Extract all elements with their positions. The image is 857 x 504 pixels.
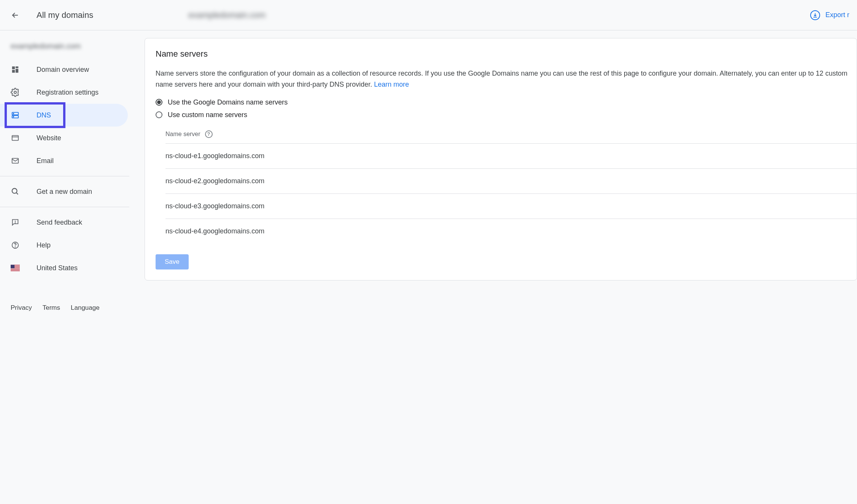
- header-title[interactable]: All my domains: [37, 10, 93, 20]
- radio-custom-option[interactable]: Use custom name servers: [156, 111, 857, 119]
- website-icon: [11, 133, 20, 143]
- language-link[interactable]: Language: [71, 304, 100, 312]
- sidebar-item-dns[interactable]: DNS: [0, 104, 128, 127]
- svg-point-4: [14, 91, 16, 94]
- export-label: Export r: [825, 11, 849, 19]
- sidebar-item-feedback[interactable]: Send feedback: [0, 211, 128, 234]
- svg-rect-1: [16, 67, 18, 68]
- svg-rect-26: [11, 265, 14, 268]
- sidebar-item-label: DNS: [37, 111, 51, 119]
- arrow-left-icon: [11, 11, 20, 20]
- svg-rect-9: [12, 136, 19, 141]
- feedback-icon: [11, 218, 20, 227]
- sidebar-item-website[interactable]: Website: [0, 127, 128, 149]
- svg-point-17: [15, 247, 16, 247]
- download-icon: [810, 10, 820, 20]
- sidebar-item-label: Domain overview: [37, 66, 89, 74]
- radio-unchecked-icon[interactable]: [156, 111, 162, 118]
- svg-line-13: [16, 193, 18, 195]
- header-domain-name: exampledomain.com: [188, 10, 266, 20]
- us-flag-icon: [11, 263, 20, 273]
- help-icon: [11, 241, 20, 250]
- svg-rect-24: [11, 270, 20, 270]
- learn-more-link[interactable]: Learn more: [374, 81, 409, 88]
- card-title: Name servers: [156, 49, 857, 59]
- radio-label: Use the Google Domains name servers: [168, 98, 288, 106]
- radio-checked-icon[interactable]: [156, 99, 162, 106]
- sidebar-item-label: United States: [37, 264, 78, 272]
- sidebar-item-label: Get a new domain: [37, 188, 92, 196]
- radio-label: Use custom name servers: [168, 111, 247, 119]
- gear-icon: [11, 88, 20, 97]
- sidebar-item-registration[interactable]: Registration settings: [0, 81, 128, 104]
- terms-link[interactable]: Terms: [43, 304, 60, 312]
- card-description: Name servers store the configuration of …: [156, 68, 857, 90]
- privacy-link[interactable]: Privacy: [11, 304, 32, 312]
- name-server-row: ns-cloud-e1.googledomains.com: [165, 143, 857, 168]
- header-bar: All my domains exampledomain.com Export …: [0, 0, 857, 30]
- divider: [0, 176, 129, 176]
- radio-google-option[interactable]: Use the Google Domains name servers: [156, 98, 857, 106]
- svg-point-7: [13, 113, 14, 114]
- name-server-row: ns-cloud-e4.googledomains.com: [165, 219, 857, 244]
- export-button[interactable]: Export r: [810, 10, 849, 20]
- card-desc-text: Name servers store the configuration of …: [156, 70, 847, 88]
- dns-icon: [11, 111, 20, 120]
- sidebar-item-label: Registration settings: [37, 89, 99, 97]
- svg-rect-3: [12, 70, 15, 73]
- name-servers-card: Name servers Name servers store the conf…: [145, 38, 857, 281]
- email-icon: [11, 156, 20, 165]
- sidebar-item-overview[interactable]: Domain overview: [0, 58, 128, 81]
- svg-rect-2: [16, 69, 18, 73]
- ns-header-label: Name server: [165, 131, 200, 138]
- sidebar-item-label: Email: [37, 157, 54, 165]
- search-icon: [11, 187, 20, 196]
- divider: [0, 207, 129, 207]
- svg-point-12: [12, 189, 17, 193]
- save-button[interactable]: Save: [156, 254, 189, 269]
- name-server-row: ns-cloud-e2.googledomains.com: [165, 168, 857, 193]
- back-button[interactable]: [8, 8, 23, 23]
- svg-point-8: [13, 116, 14, 117]
- name-server-header: Name server ?: [165, 130, 857, 143]
- dashboard-icon: [11, 65, 20, 74]
- svg-rect-0: [12, 67, 15, 69]
- help-tooltip-icon[interactable]: ?: [205, 130, 213, 138]
- main-content: Name servers Name servers store the conf…: [129, 30, 857, 319]
- sidebar-item-help[interactable]: Help: [0, 234, 128, 257]
- sidebar: exampledomain.com Domain overview Regist…: [0, 30, 129, 319]
- sidebar-domain-name: exampledomain.com: [0, 38, 129, 58]
- sidebar-item-label: Help: [37, 241, 51, 249]
- footer-links: Privacy Terms Language: [11, 304, 100, 312]
- sidebar-item-region[interactable]: United States: [0, 257, 128, 279]
- name-server-list: Name server ? ns-cloud-e1.googledomains.…: [165, 130, 857, 244]
- sidebar-item-email[interactable]: Email: [0, 149, 128, 172]
- sidebar-item-label: Website: [37, 134, 61, 142]
- sidebar-item-new-domain[interactable]: Get a new domain: [0, 180, 128, 203]
- sidebar-item-label: Send feedback: [37, 219, 82, 227]
- name-server-row: ns-cloud-e3.googledomains.com: [165, 193, 857, 219]
- svg-point-15: [15, 223, 16, 223]
- svg-rect-23: [11, 269, 20, 269]
- svg-rect-25: [11, 271, 20, 271]
